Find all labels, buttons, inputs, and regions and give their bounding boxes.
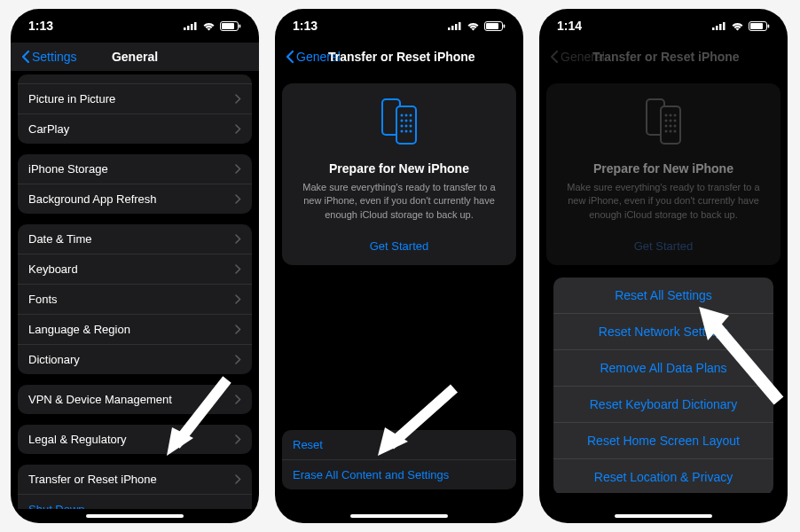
home-indicator[interactable]: [86, 514, 184, 518]
status-icons: [448, 21, 506, 31]
svg-rect-5: [222, 23, 234, 29]
get-started-button: Get Started: [559, 234, 768, 254]
remove-all-data-plans-button[interactable]: Remove All Data Plans: [553, 349, 773, 386]
list-row[interactable]: Legal & Regulatory: [18, 425, 252, 454]
svg-point-22: [405, 120, 408, 122]
list-row[interactable]: Dictionary: [18, 344, 252, 374]
chevron-right-icon: [235, 325, 241, 334]
list-row-partial: [18, 74, 252, 83]
list-row[interactable]: Language & Region: [18, 314, 252, 344]
row-label: Date & Time: [28, 232, 92, 246]
svg-rect-6: [239, 24, 241, 27]
wifi-icon: [731, 21, 744, 31]
nav-bar: General Transfer or Reset iPhone: [275, 43, 523, 71]
card-body: Make sure everything's ready to transfer…: [294, 181, 504, 222]
row-label: Picture in Picture: [28, 92, 115, 106]
svg-point-44: [665, 120, 668, 122]
svg-rect-10: [451, 26, 454, 30]
row-label: Fonts: [28, 293, 58, 306]
svg-point-52: [674, 130, 677, 133]
settings-list: Picture in Picture CarPlay iPhone Storag…: [11, 71, 259, 509]
cellular-icon: [184, 21, 198, 30]
row-label: Background App Refresh: [28, 192, 157, 206]
chevron-right-icon: [235, 294, 241, 304]
svg-rect-37: [750, 23, 763, 29]
transfer-reset-screen: 1:13 General Transfer or Reset iPhone Pr…: [275, 9, 523, 523]
svg-point-48: [670, 125, 672, 128]
list-row[interactable]: VPN & Device Management: [18, 385, 252, 414]
reset-home-screen-layout-button[interactable]: Reset Home Screen Layout: [553, 422, 773, 458]
svg-point-47: [665, 125, 668, 128]
cellular-icon: [712, 21, 726, 30]
home-indicator[interactable]: [350, 514, 448, 518]
get-started-button[interactable]: Get Started: [294, 234, 504, 254]
svg-rect-14: [486, 23, 498, 29]
status-bar: 1:13: [11, 9, 259, 43]
battery-icon: [749, 21, 770, 31]
svg-point-50: [665, 130, 668, 133]
phones-illustration-icon: [377, 98, 421, 145]
transfer-reset-row[interactable]: Transfer or Reset iPhone: [18, 465, 252, 494]
row-label: Language & Region: [28, 323, 130, 336]
svg-rect-34: [719, 24, 722, 30]
svg-point-43: [674, 114, 677, 117]
status-icons: [184, 21, 241, 31]
list-row[interactable]: Keyboard: [18, 254, 252, 284]
list-row[interactable]: Date & Time: [18, 224, 252, 254]
svg-point-26: [410, 125, 412, 128]
svg-rect-2: [191, 24, 193, 30]
row-label: iPhone Storage: [28, 162, 108, 176]
list-row[interactable]: iPhone Storage: [18, 154, 252, 184]
row-label: Shut Down: [28, 503, 85, 509]
chevron-left-icon: [21, 50, 30, 64]
home-indicator[interactable]: [615, 514, 712, 518]
page-title: Transfer or Reset iPhone: [592, 50, 740, 64]
svg-rect-1: [187, 26, 190, 30]
settings-group: Transfer or Reset iPhone Shut Down: [18, 465, 252, 509]
status-bar: 1:13: [275, 9, 523, 43]
shut-down-row[interactable]: Shut Down: [18, 494, 252, 509]
svg-rect-9: [448, 27, 451, 30]
status-time: 1:13: [293, 19, 318, 33]
list-row[interactable]: Fonts: [18, 284, 252, 314]
list-row[interactable]: Background App Refresh: [18, 184, 252, 214]
general-settings-screen: 1:13 Settings General Picture in Picture…: [11, 9, 259, 523]
chevron-left-icon: [550, 50, 559, 64]
svg-point-20: [410, 114, 412, 117]
svg-point-19: [405, 114, 408, 117]
svg-point-28: [405, 130, 408, 133]
svg-rect-15: [504, 24, 506, 27]
reset-all-settings-button[interactable]: Reset All Settings: [553, 278, 773, 313]
row-label: VPN & Device Management: [28, 393, 172, 406]
status-bar: 1:14: [539, 9, 788, 43]
back-label: Settings: [32, 50, 77, 64]
settings-group: Picture in Picture CarPlay: [18, 74, 252, 144]
content: Prepare for New iPhone Make sure everyth…: [539, 71, 788, 493]
page-title: General: [112, 50, 158, 64]
list-row[interactable]: Picture in Picture: [18, 83, 252, 113]
chevron-right-icon: [235, 234, 241, 244]
wifi-icon: [202, 21, 216, 31]
row-label: Dictionary: [28, 353, 80, 366]
list-row[interactable]: CarPlay: [18, 113, 252, 144]
back-button[interactable]: Settings: [21, 50, 77, 64]
status-icons: [712, 21, 770, 31]
settings-group: VPN & Device Management: [18, 385, 252, 414]
page-title: Transfer or Reset iPhone: [328, 50, 475, 64]
row-label: Erase All Content and Settings: [293, 468, 449, 481]
erase-row[interactable]: Erase All Content and Settings: [282, 459, 516, 489]
reset-network-settings-button[interactable]: Reset Network Settings: [553, 313, 773, 349]
reset-row[interactable]: Reset: [282, 430, 516, 459]
status-time: 1:14: [557, 19, 582, 33]
phones-illustration-icon: [641, 98, 686, 145]
row-label: Transfer or Reset iPhone: [28, 473, 157, 486]
chevron-right-icon: [235, 194, 241, 204]
card-body: Make sure everything's ready to transfer…: [559, 181, 768, 222]
nav-bar: General Transfer or Reset iPhone: [539, 43, 788, 71]
reset-group: Reset Erase All Content and Settings: [282, 430, 516, 489]
prepare-card: Prepare for New iPhone Make sure everyth…: [282, 83, 516, 265]
svg-rect-3: [194, 22, 197, 30]
reset-keyboard-dictionary-button[interactable]: Reset Keyboard Dictionary: [553, 386, 773, 422]
reset-location-privacy-button[interactable]: Reset Location & Privacy: [553, 458, 773, 493]
svg-rect-11: [455, 24, 458, 30]
